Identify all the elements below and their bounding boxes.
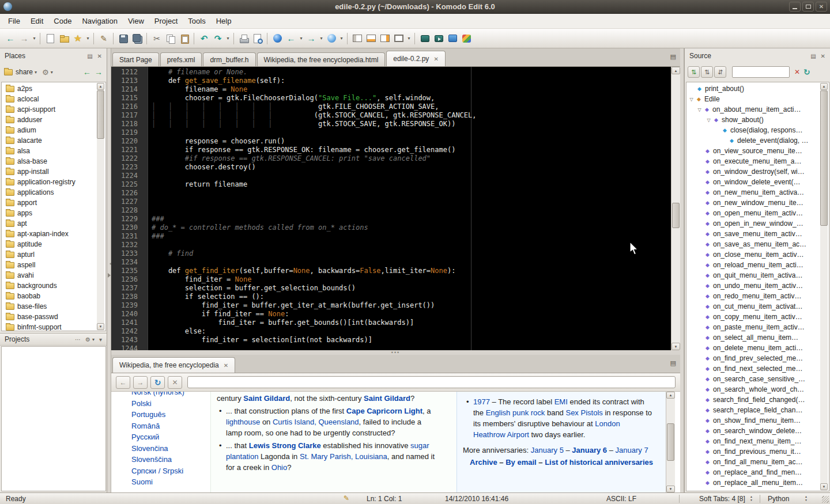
wiki-link[interactable]: Ohio — [271, 463, 287, 472]
scroll-down-icon[interactable]: ▼ — [671, 343, 680, 350]
folder-item-base-passwd[interactable]: base-passwd — [2, 312, 105, 322]
wiki-link[interactable]: By email — [505, 458, 536, 467]
forward-button[interactable]: → — [17, 31, 31, 46]
macro-play-button[interactable] — [432, 31, 446, 46]
source-tree-item[interactable]: ◆search_replace_field_chan… — [686, 405, 829, 415]
right-splitter[interactable] — [680, 48, 684, 492]
run-button[interactable] — [325, 31, 338, 46]
wiki-link[interactable]: Saint Gildard — [243, 394, 290, 403]
wiki-link[interactable]: January 5 — [531, 446, 564, 454]
source-tree-item[interactable]: ▽◆on_about_menu_item_acti… — [686, 104, 829, 115]
tab-close-icon[interactable]: ✕ — [433, 56, 438, 62]
tab-wikipedia[interactable]: Wikipedia, the free encyclopedia ✕ — [112, 357, 235, 373]
gear-icon[interactable]: ⚙ — [42, 68, 49, 77]
folder-item-alsa-base[interactable]: alsa-base — [2, 156, 105, 166]
language-link[interactable]: Polski — [131, 398, 210, 410]
source-tree-item[interactable]: ◆on_quit_menu_item_activa… — [686, 270, 829, 281]
wiki-link[interactable]: Louisiana — [355, 452, 387, 461]
folder-item-aptitude[interactable]: aptitude — [2, 239, 105, 249]
wiki-link[interactable]: Curtis Island, — [273, 418, 316, 426]
menu-navigation[interactable]: Navigation — [77, 14, 122, 28]
source-tree-item[interactable]: ◆on_select_all_menu_item… — [686, 332, 829, 343]
folder-item-alsa[interactable]: alsa — [2, 146, 105, 156]
paste-button[interactable] — [178, 31, 191, 46]
browser-forward-button[interactable]: → — [133, 376, 148, 389]
toggle-bottom-pane-button[interactable] — [364, 31, 378, 46]
favorites-button[interactable]: ★ — [71, 31, 85, 46]
source-tree-item[interactable]: ◆on_find_next_selected_me… — [686, 363, 829, 374]
tab-close-icon[interactable]: ✕ — [224, 362, 228, 369]
folder-item-a2ps[interactable]: a2ps — [2, 84, 105, 94]
menu-help[interactable]: Help — [211, 14, 237, 28]
pencil-button[interactable]: ✎ — [97, 31, 111, 46]
source-tree-item[interactable]: ◆on_find_prev_selected_me… — [686, 353, 829, 363]
menu-file[interactable]: File — [3, 14, 25, 28]
source-tree-item[interactable]: ◆on_new_menu_item_activa… — [686, 187, 829, 198]
back-button[interactable]: ← — [3, 31, 17, 46]
symbol-filter-input[interactable] — [732, 66, 790, 78]
editor-tab-edile-0-2-py[interactable]: edile-0.2.py✕ — [386, 51, 445, 66]
wiki-link[interactable]: 1977 — [473, 397, 490, 406]
open-file-button[interactable] — [57, 31, 71, 46]
language-link[interactable]: Русский — [131, 431, 210, 443]
save-button[interactable] — [116, 31, 130, 46]
editor-tab-wikipedia-the-free-encyclopedia-html[interactable]: Wikipedia, the free encyclopedia.html — [257, 52, 386, 66]
source-tree-item[interactable]: ▽◆show_about() — [686, 115, 829, 125]
places-back-button[interactable]: ← — [83, 67, 91, 77]
wiki-link[interactable]: Sex Pistols — [565, 408, 602, 417]
editor-tab-start-page[interactable]: Start Page — [112, 52, 159, 66]
status-encoding[interactable]: ASCII: LF — [606, 495, 636, 503]
scroll-down-icon[interactable]: ▼ — [820, 483, 828, 490]
bottom-pane-icon[interactable]: ▤ — [670, 359, 676, 367]
source-tree-item[interactable]: ◆on_open_menu_item_activ… — [686, 208, 829, 218]
folder-item-adium[interactable]: adium — [2, 125, 105, 135]
source-tree-item[interactable]: ◆on_copy_menu_item_activ… — [686, 312, 829, 322]
minimize-button[interactable] — [789, 2, 801, 12]
folder-item-apturl[interactable]: apturl — [2, 249, 105, 260]
locate-symbol-button[interactable]: ⇵ — [714, 66, 726, 78]
language-spinner[interactable]: ▲▼ — [805, 495, 808, 502]
source-tree-item[interactable]: ◆on_close_menu_item_activ… — [686, 249, 829, 260]
language-link[interactable]: Norsk (nynorsk) — [131, 392, 210, 398]
language-link[interactable]: Slovenčina — [131, 443, 210, 454]
source-tree-item[interactable]: ◆on_search_case_sensitive_… — [686, 374, 829, 384]
browser-reload-button[interactable]: ↻ — [150, 376, 165, 389]
folder-item-apt[interactable]: apt — [2, 218, 105, 229]
wiki-link[interactable]: Cape Capricorn Light — [346, 407, 422, 415]
sort-alpha-button[interactable]: ⇅ — [688, 66, 700, 78]
editor-scrollbar[interactable]: ▲ ▼ — [671, 67, 680, 350]
language-link[interactable]: Slovenščina — [131, 454, 210, 465]
resize-grip[interactable] — [822, 496, 829, 503]
wiki-link[interactable]: EMI — [554, 397, 568, 406]
folder-item-apps[interactable]: apps — [2, 208, 105, 218]
pane-layout-caret[interactable]: ▾ — [406, 31, 412, 46]
expander-icon[interactable]: ▽ — [696, 107, 703, 112]
source-tree-item[interactable]: ◆print_about() — [686, 84, 829, 94]
wiki-link[interactable]: lighthouse — [226, 418, 260, 426]
redo-dropdown[interactable]: ▾ — [225, 31, 231, 46]
menu-code[interactable]: Code — [48, 14, 77, 28]
places-location-dropdown[interactable]: share — [16, 68, 33, 76]
pane-layout-dropdown[interactable] — [392, 31, 406, 46]
status-language[interactable]: Python — [768, 495, 789, 503]
copy-button[interactable] — [164, 31, 178, 46]
scroll-up-icon[interactable]: ▲ — [820, 83, 828, 90]
address-bar[interactable] — [187, 376, 676, 388]
language-link[interactable]: Română — [131, 420, 210, 432]
back-history-dropdown[interactable]: ▾ — [31, 31, 37, 46]
source-tree-item[interactable]: ◆on_cut_menu_item_activat… — [686, 301, 829, 312]
cut-button[interactable]: ✂ — [150, 31, 164, 46]
source-tree-item[interactable]: ◆on_paste_menu_item_activ… — [686, 322, 829, 332]
projects-gear-icon[interactable]: ⚙ — [85, 336, 90, 343]
source-tree-item[interactable]: ◆delete_event(dialog, … — [686, 135, 829, 146]
browser-button[interactable] — [270, 31, 284, 46]
folder-item-application-registry[interactable]: application-registry — [2, 177, 105, 187]
chevron-down-icon[interactable]: ▾ — [35, 70, 37, 75]
wiki-link[interactable]: Queensland — [318, 418, 359, 426]
panel-close-icon[interactable]: ✕ — [97, 53, 102, 59]
folder-item-apport[interactable]: apport — [2, 198, 105, 208]
nav-back-dropdown[interactable]: ▾ — [298, 31, 304, 46]
wiki-link[interactable]: English punk rock — [486, 408, 545, 417]
folder-item-alacarte[interactable]: alacarte — [2, 135, 105, 146]
source-tree-item[interactable]: ◆on_window_delete_event(… — [686, 177, 829, 187]
